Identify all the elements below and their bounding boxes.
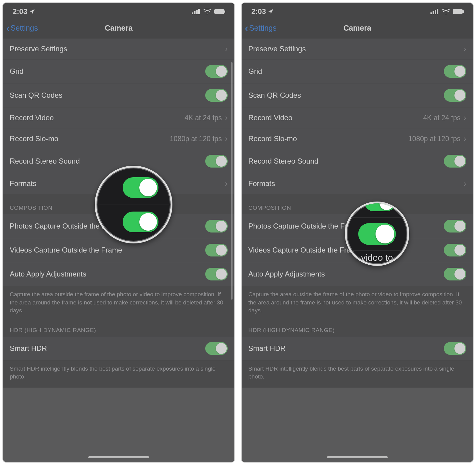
record-slomo-row[interactable]: Record Slo-mo 1080p at 120 fps › [3,128,234,149]
chevron-left-icon: ‹ [245,22,249,34]
row-label: Videos Capture Outside the Frame [248,246,361,254]
magnified-auto-apply-toggle[interactable] [358,223,396,245]
page-title: Camera [343,24,371,32]
svg-rect-9 [437,9,438,14]
cellular-icon [430,9,439,14]
hdr-footer: Smart HDR intelligently blends the best … [3,361,234,388]
scan-qr-toggle[interactable] [444,89,466,102]
back-button[interactable]: ‹ Settings [245,22,277,34]
magnified-photos-toggle[interactable] [123,177,158,198]
stereo-sound-toggle[interactable] [205,155,228,168]
videos-capture-row: Videos Capture Outside the Frame [3,238,234,262]
page-title: Camera [105,24,133,32]
row-value: 1080p at 120 fps [170,135,222,143]
chevron-right-icon: › [464,179,466,188]
svg-rect-0 [192,12,193,14]
hdr-header: HDR (HIGH DYNAMIC RANGE) [242,321,473,337]
status-time: 2:03 [251,7,266,16]
row-label: Record Stereo Sound [10,157,80,165]
row-label: Videos Capture Outside the Frame [10,246,122,254]
record-video-row[interactable]: Record Video 4K at 24 fps › [242,107,473,128]
row-label: Smart HDR [248,344,286,353]
grid-row: Grid [242,59,473,83]
row-label: Formats [10,179,36,188]
svg-rect-3 [198,9,200,14]
videos-capture-toggle[interactable] [444,244,466,256]
record-slomo-row[interactable]: Record Slo-mo 1080p at 120 fps › [242,128,473,149]
wifi-icon [442,9,450,14]
preserve-settings-row[interactable]: Preserve Settings › [3,39,234,59]
auto-apply-row: Auto Apply Adjustments [242,262,473,286]
scan-qr-row: Scan QR Codes [242,83,473,107]
home-indicator[interactable] [327,456,388,458]
cellular-icon [192,9,200,14]
composition-footer: Capture the area outside the frame of th… [242,286,473,321]
row-label: Record Stereo Sound [248,157,318,165]
chevron-right-icon: › [464,134,466,144]
chevron-right-icon: › [225,179,228,188]
row-value: 4K at 24 fps [185,114,222,122]
row-value: 4K at 24 fps [423,114,461,122]
smart-hdr-toggle[interactable] [205,342,228,355]
svg-rect-1 [194,11,195,14]
smart-hdr-toggle[interactable] [444,342,466,355]
wifi-icon [203,9,211,14]
scrollbar[interactable] [231,62,233,300]
chevron-right-icon: › [464,113,466,123]
row-label: Auto Apply Adjustments [248,270,325,278]
auto-apply-row: Auto Apply Adjustments [3,262,234,286]
svg-rect-7 [433,11,434,14]
back-label: Settings [249,24,277,32]
row-label: Preserve Settings [10,45,67,53]
record-video-row[interactable]: Record Video 4K at 24 fps › [3,107,234,128]
status-time: 2:03 [13,7,27,16]
row-label: Auto Apply Adjustments [10,270,86,278]
auto-apply-toggle[interactable] [205,268,228,280]
row-label: Grid [10,67,23,76]
location-arrow-icon [29,8,35,15]
composition-footer: Capture the area outside the frame of th… [3,286,234,321]
back-button[interactable]: ‹ Settings [6,22,38,34]
magnified-videos-toggle[interactable] [123,212,158,232]
svg-rect-4 [214,9,224,14]
row-label: Smart HDR [10,344,47,353]
status-bar: 2:03 [3,3,234,19]
location-arrow-icon [268,8,274,15]
stereo-sound-row: Record Stereo Sound [242,149,473,173]
photos-capture-toggle[interactable] [205,220,228,232]
videos-capture-toggle[interactable] [205,244,228,256]
grid-toggle[interactable] [205,65,228,78]
row-label: Record Slo-mo [248,134,297,143]
magnifier-composition-toggles [95,166,172,243]
chevron-right-icon: › [225,44,228,54]
row-label: Photos Capture Outside the Frame [248,222,361,230]
stereo-sound-toggle[interactable] [444,155,466,168]
formats-row[interactable]: Formats › [242,173,473,194]
grid-toggle[interactable] [444,65,466,78]
home-indicator[interactable] [88,456,149,458]
svg-rect-10 [453,9,463,14]
smart-hdr-row: Smart HDR [3,337,234,361]
battery-icon [214,9,226,14]
svg-rect-8 [435,10,436,14]
photos-capture-toggle[interactable] [444,220,466,232]
svg-rect-2 [196,10,198,14]
grid-row: Grid [3,59,234,83]
back-label: Settings [11,24,38,32]
magnified-footer-fragment: video to [358,251,396,263]
row-label: Scan QR Codes [10,91,62,100]
scan-qr-toggle[interactable] [205,89,228,102]
row-label: Record Video [10,114,54,122]
auto-apply-toggle[interactable] [444,268,466,280]
status-bar: 2:03 [242,3,473,19]
hdr-header: HDR (HIGH DYNAMIC RANGE) [3,321,234,337]
chevron-left-icon: ‹ [6,22,10,34]
row-value: 1080p at 120 fps [408,135,460,143]
chevron-right-icon: › [464,44,466,54]
scan-qr-row: Scan QR Codes [3,83,234,107]
row-label: Scan QR Codes [248,91,301,100]
nav-bar: ‹ Settings Camera [242,19,473,39]
magnifier-auto-apply-toggle: video to [345,202,409,266]
preserve-settings-row[interactable]: Preserve Settings › [242,39,473,59]
svg-rect-11 [463,10,464,13]
